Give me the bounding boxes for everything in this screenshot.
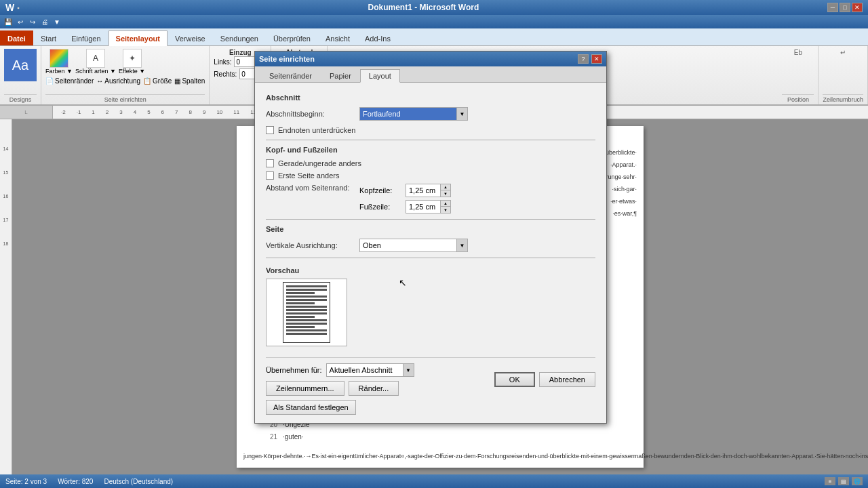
uebernehmen-label: Übernehmen für: [266, 366, 322, 374]
uebernehmen-select[interactable]: Aktuellen Abschnitt ▼ [326, 363, 414, 377]
minimize-button[interactable]: ─ [827, 3, 838, 12]
tab-verweise[interactable]: Verweise [167, 30, 213, 45]
dialog-body: Abschnitt Abschnittsbeginn: Fortlaufend … [255, 83, 606, 423]
gerade-label: Gerade/ungerade anders [278, 159, 361, 167]
kopfzeile-increment[interactable]: ▲ [441, 184, 450, 190]
farben-button[interactable]: Farben ▼ [45, 49, 73, 75]
ribbon-group-position: Eb Position [778, 46, 818, 104]
quick-access-toolbar: 💾 ↩ ↪ 🖨 ▼ [0, 15, 868, 28]
tab-start[interactable]: Start [33, 30, 64, 45]
abschnittsbeginn-label: Abschnittsbeginn: [266, 110, 354, 118]
abschnitt-section-label: Abschnitt [266, 94, 595, 102]
vorschau-page [283, 282, 330, 343]
ok-button[interactable]: OK [494, 372, 535, 387]
kopf-fuss-section-label: Kopf- und Fußzeilen [266, 146, 595, 154]
erste-seite-row: Erste Seite anders [266, 171, 595, 180]
abschnittsbeginn-row: Abschnittsbeginn: Fortlaufend ▼ [266, 107, 595, 121]
redo-quick-btn[interactable]: ↪ [27, 16, 38, 27]
kopfzeile-label: Kopfzeile: [359, 186, 400, 195]
fusszeile-spinner[interactable]: 1,25 cm ▲ ▼ [406, 200, 451, 214]
status-bar: Seite: 2 von 3 Wörter: 820 Deutsch (Deut… [0, 474, 868, 488]
endnoten-checkbox[interactable] [266, 126, 274, 134]
abstand-seitenrand-label: Abstand vom Seitenrand: [266, 184, 354, 192]
tab-ansicht[interactable]: Ansicht [318, 30, 357, 45]
tab-sendungen[interactable]: Sendungen [213, 30, 266, 45]
seite-section-label: Seite [266, 225, 595, 233]
schriftarten-button[interactable]: A Schrift arten ▼ [75, 49, 116, 75]
save-quick-btn[interactable]: 💾 [3, 16, 14, 27]
customize-quick-btn[interactable]: ▼ [52, 16, 62, 27]
kopfzeile-decrement[interactable]: ▼ [441, 190, 450, 197]
vertikale-value: Oben [360, 239, 456, 251]
ribbon-tab-bar: Datei Start Einfügen Seitenlayout Verwei… [0, 28, 868, 46]
vorschau-section-label: Vorschau [266, 266, 347, 274]
als-standard-button[interactable]: Als Standard festlegen [266, 400, 356, 415]
vertikale-arrow-icon: ▼ [456, 239, 467, 251]
dialog-help-button[interactable]: ? [578, 54, 589, 64]
ribbon-group-seite-einrichten: Farben ▼ A Schrift arten ▼ ✦ Effekte ▼ 📄… [41, 46, 210, 104]
ribbon-group-designs: Aa Designs [0, 46, 41, 104]
eb-label: Eb [794, 49, 802, 56]
dialog-tab-bar: Seitenränder Papier Layout [255, 66, 606, 83]
abschnittsbeginn-value: Fortlaufend [360, 108, 456, 120]
ausrichtung-button[interactable]: ↔Ausrichtung [96, 77, 140, 85]
view-web-btn[interactable]: 🌐 [852, 477, 863, 485]
zeilennummern-button[interactable]: Zeilennummern... [266, 381, 344, 396]
spalten-button[interactable]: ▦Spalten [174, 77, 205, 85]
seite-einrichten-dialog: Seite einrichten ? ✕ Seitenränder Papier… [254, 51, 607, 424]
abstand-seitenrand-row: Abstand vom Seitenrand: Kopfzeile: 1,25 … [266, 184, 595, 214]
dialog-tab-layout[interactable]: Layout [360, 69, 400, 83]
abschnittsbeginn-arrow-icon: ▼ [456, 108, 467, 120]
kopfzeile-row: Kopfzeile: 1,25 cm ▲ ▼ [359, 184, 451, 197]
kopfzeile-spinner[interactable]: 1,25 cm ▲ ▼ [406, 184, 451, 197]
position-group-label: Position [782, 94, 814, 103]
view-print-btn[interactable]: ▤ [838, 477, 849, 485]
uebernehmen-arrow-icon: ▼ [403, 364, 414, 376]
fusszeile-increment[interactable]: ▲ [441, 201, 450, 207]
effekte-button[interactable]: ✦ Effekte ▼ [119, 49, 145, 75]
zeilenumbruch-icon: ↵ [840, 49, 846, 56]
fusszeile-row: Fußzeile: 1,25 cm ▲ ▼ [359, 200, 451, 214]
window-title: Dokument1 - Microsoft Word [20, 3, 827, 12]
fusszeile-decrement[interactable]: ▼ [441, 207, 450, 213]
cursor-area: ↖ [358, 264, 595, 318]
erste-seite-label: Erste Seite anders [278, 171, 340, 180]
vertical-ruler: 14 15 16 17 18 [0, 119, 12, 474]
uebernehmen-row: Übernehmen für: Aktuellen Abschnitt ▼ [266, 363, 414, 377]
tab-einfuegen[interactable]: Einfügen [64, 30, 108, 45]
fusszeile-value: 1,25 cm [406, 203, 440, 211]
dialog-close-button[interactable]: ✕ [591, 54, 602, 64]
seite-einrichten-group-label: Seite einrichten [45, 94, 205, 103]
kopfzeile-value: 1,25 cm [406, 186, 440, 195]
abschnittsbeginn-select[interactable]: Fortlaufend ▼ [359, 107, 468, 121]
undo-quick-btn[interactable]: ↩ [15, 16, 26, 27]
fusszeile-label: Fußzeile: [359, 203, 400, 211]
tab-seitenlayout[interactable]: Seitenlayout [108, 30, 167, 46]
dialog-tab-papier[interactable]: Papier [321, 69, 360, 82]
view-normal-btn[interactable]: ≡ [825, 477, 835, 485]
print-quick-btn[interactable]: 🖨 [39, 16, 50, 27]
close-button[interactable]: ✕ [852, 3, 863, 12]
dialog-titlebar: Seite einrichten ? ✕ [255, 52, 606, 66]
abbrechen-button[interactable]: Abbrechen [539, 372, 595, 387]
seitenraender-button[interactable]: 📄Seiten­ränder [45, 77, 94, 85]
tab-ueberpruefen[interactable]: Überprüfen [266, 30, 318, 45]
word-count: Wörter: 820 [58, 478, 93, 485]
vertikale-label: Vertikale Ausrichtung: [266, 241, 354, 249]
designs-button[interactable]: Aa [4, 49, 37, 81]
erste-seite-checkbox[interactable] [266, 171, 274, 180]
tab-datei[interactable]: Datei [0, 30, 33, 45]
raender-button[interactable]: Ränder... [349, 381, 399, 396]
designs-group-label: Designs [4, 94, 37, 103]
vertikale-select[interactable]: Oben ▼ [359, 239, 468, 252]
uebernehmen-value: Aktuellen Abschnitt [327, 366, 403, 374]
main-buttons: OK Abbrechen [494, 372, 595, 387]
cursor-icon: ↖ [399, 277, 407, 288]
groesse-button[interactable]: 📋Größe [143, 77, 172, 85]
dialog-tab-seitenraender[interactable]: Seitenränder [260, 69, 321, 82]
gerade-checkbox[interactable] [266, 159, 274, 167]
tab-add-ins[interactable]: Add-Ins [357, 30, 398, 45]
endnoten-label: Endnoten unterdrücken [278, 126, 355, 134]
page-footer-text: jungen·Körper·dehnte.·→Es·ist·ein·eigent… [243, 451, 637, 461]
maximize-button[interactable]: □ [840, 3, 850, 12]
